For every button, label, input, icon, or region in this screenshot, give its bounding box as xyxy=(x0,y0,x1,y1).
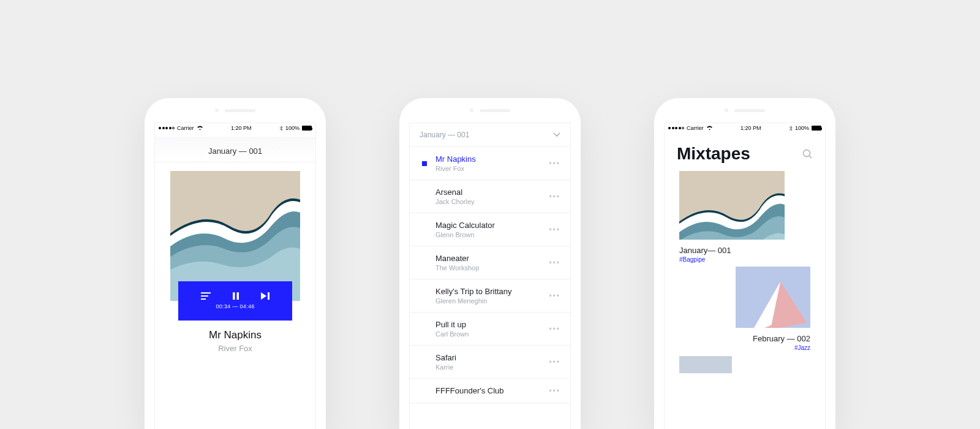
phone-playlist: January — 001 Mr NapkinsRiver Fox•••Arse… xyxy=(399,98,581,429)
more-icon[interactable]: ••• xyxy=(549,387,560,395)
status-bar: Carrier 1:20 PM 100% xyxy=(665,123,825,133)
pause-button[interactable] xyxy=(233,292,239,300)
track-row[interactable]: Mr NapkinsRiver Fox••• xyxy=(410,147,570,180)
more-icon[interactable]: ••• xyxy=(549,292,560,300)
mixtape-tag[interactable]: #Bagpipe xyxy=(679,256,825,263)
timeline-label: 00:34 — 04:46 xyxy=(216,303,255,309)
more-icon[interactable]: ••• xyxy=(549,159,560,168)
page-title: Mixtapes xyxy=(677,144,750,164)
screen-mixtapes: Carrier 1:20 PM 100% Mixtapes January— 0… xyxy=(664,123,826,429)
signal-dots-icon xyxy=(159,127,175,129)
track-row[interactable]: Kelly's Trip to BrittanyGleren Meneghin•… xyxy=(410,279,570,313)
track-title: FFFFounder's Club xyxy=(435,386,549,395)
bluetooth-icon xyxy=(279,126,283,131)
svg-line-9 xyxy=(810,156,812,159)
device-speaker xyxy=(399,98,581,123)
track-list[interactable]: Mr NapkinsRiver Fox•••ArsenalJack Chorle… xyxy=(410,147,570,429)
clock-label: 1:20 PM xyxy=(741,125,761,131)
now-playing-indicator-icon xyxy=(422,161,427,166)
svg-rect-6 xyxy=(237,292,239,300)
song-artist: River Fox xyxy=(155,344,315,353)
signal-dots-icon xyxy=(668,127,684,129)
mixtape-label: February — 002 xyxy=(753,334,810,343)
queue-icon[interactable] xyxy=(201,292,211,300)
chevron-down-icon[interactable] xyxy=(553,132,560,137)
more-icon[interactable]: ••• xyxy=(549,226,560,234)
device-speaker xyxy=(654,98,835,123)
track-row[interactable]: SafariKarrie••• xyxy=(410,346,570,379)
svg-rect-3 xyxy=(201,295,208,297)
playlist-title: January — 001 xyxy=(420,131,469,139)
track-artist: The Workshop xyxy=(435,264,549,271)
wifi-icon xyxy=(706,126,713,131)
clock-label: 1:20 PM xyxy=(231,125,252,131)
track-artist: Carl Brown xyxy=(435,330,549,338)
battery-label: 100% xyxy=(795,125,809,131)
player-controls: 00:34 — 04:46 xyxy=(178,281,292,321)
bluetooth-icon xyxy=(789,126,793,131)
battery-label: 100% xyxy=(285,125,300,131)
track-artist: Karrie xyxy=(435,363,549,371)
svg-rect-5 xyxy=(233,292,235,300)
mixtape-label: January— 001 xyxy=(679,246,825,255)
track-row[interactable]: ManeaterThe Workshop••• xyxy=(410,246,570,279)
song-info: Mr Napkins River Fox xyxy=(155,329,315,353)
device-speaker xyxy=(145,98,326,123)
track-artist: Glenn Brown xyxy=(435,231,549,238)
next-button[interactable] xyxy=(261,292,270,300)
phone-now-playing: Carrier 1:20 PM 100% January — 001 xyxy=(145,98,326,429)
screen-now-playing: Carrier 1:20 PM 100% January — 001 xyxy=(154,123,316,429)
track-artist: Gleren Meneghin xyxy=(435,297,549,305)
svg-rect-7 xyxy=(268,292,270,300)
track-title: Mr Napkins xyxy=(435,154,549,164)
track-title: Pull it up xyxy=(435,320,549,329)
mixtape-card[interactable]: February — 002 #Jazz xyxy=(665,267,825,351)
more-icon[interactable]: ••• xyxy=(549,325,560,333)
track-row[interactable]: Magic CalculatorGlenn Brown••• xyxy=(410,213,570,246)
artwork-container: 00:34 — 04:46 xyxy=(155,162,315,301)
song-title: Mr Napkins xyxy=(155,329,315,341)
mixtape-card[interactable]: January— 001 #Bagpipe xyxy=(665,171,825,263)
track-artist: River Fox xyxy=(435,165,549,172)
mixtape-card-partial[interactable] xyxy=(679,356,732,373)
wifi-icon xyxy=(197,126,203,131)
track-row[interactable]: FFFFounder's Club••• xyxy=(410,379,570,403)
screen-playlist: January — 001 Mr NapkinsRiver Fox•••Arse… xyxy=(409,123,571,429)
svg-point-8 xyxy=(804,150,810,157)
battery-icon xyxy=(812,126,821,131)
svg-rect-4 xyxy=(201,298,206,300)
track-title: Safari xyxy=(435,353,549,362)
search-icon[interactable] xyxy=(802,148,813,159)
mixtape-tag[interactable]: #Jazz xyxy=(794,344,810,351)
carrier-label: Carrier xyxy=(687,125,704,131)
track-title: Magic Calculator xyxy=(435,221,549,230)
phone-mixtapes: Carrier 1:20 PM 100% Mixtapes January— 0… xyxy=(654,98,835,429)
track-title: Kelly's Trip to Brittany xyxy=(435,287,549,296)
mixtape-art xyxy=(679,171,785,240)
playlist-header[interactable]: January — 001 xyxy=(410,123,570,147)
track-row[interactable]: Pull it upCarl Brown••• xyxy=(410,313,570,346)
battery-icon xyxy=(302,126,312,131)
now-playing-header: January — 001 xyxy=(155,137,315,162)
status-bar: Carrier 1:20 PM 100% xyxy=(155,123,315,133)
svg-rect-2 xyxy=(201,292,211,294)
mixtape-art xyxy=(736,267,810,328)
track-row[interactable]: ArsenalJack Chorley••• xyxy=(410,180,570,213)
track-title: Arsenal xyxy=(435,188,549,197)
more-icon[interactable]: ••• xyxy=(549,358,560,366)
more-icon[interactable]: ••• xyxy=(549,259,560,267)
carrier-label: Carrier xyxy=(177,125,194,131)
more-icon[interactable]: ••• xyxy=(549,192,560,201)
track-title: Maneater xyxy=(435,254,549,263)
track-artist: Jack Chorley xyxy=(435,198,549,205)
